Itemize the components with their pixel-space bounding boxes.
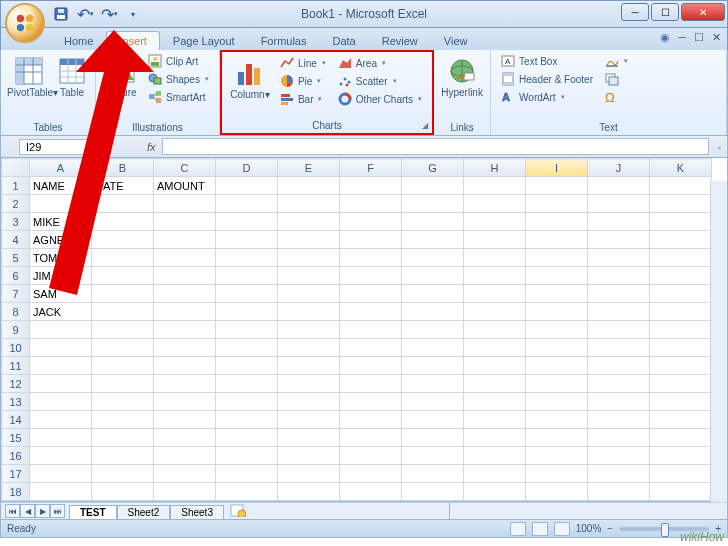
tab-home[interactable]: Home [51,31,106,50]
cell-F11[interactable] [340,357,402,375]
cell-A9[interactable] [30,321,92,339]
vertical-scrollbar[interactable] [710,181,727,510]
cell-F9[interactable] [340,321,402,339]
cell-F3[interactable] [340,213,402,231]
cell-G11[interactable] [402,357,464,375]
column-header-C[interactable]: C [154,159,216,177]
row-header-15[interactable]: 15 [2,429,30,447]
cell-H11[interactable] [464,357,526,375]
cell-B18[interactable] [92,483,154,501]
cell-K7[interactable] [650,285,712,303]
cell-J2[interactable] [588,195,650,213]
cell-H14[interactable] [464,411,526,429]
cell-J9[interactable] [588,321,650,339]
cell-A11[interactable] [30,357,92,375]
cell-E8[interactable] [278,303,340,321]
tab-review[interactable]: Review [369,31,431,50]
cell-I3[interactable] [526,213,588,231]
cell-K15[interactable] [650,429,712,447]
cell-J7[interactable] [588,285,650,303]
cell-D4[interactable] [216,231,278,249]
cell-G6[interactable] [402,267,464,285]
scatter-chart-button[interactable]: Scatter▾ [334,73,426,89]
row-header-11[interactable]: 11 [2,357,30,375]
cell-J17[interactable] [588,465,650,483]
cell-K4[interactable] [650,231,712,249]
cell-A4[interactable]: AGNES [30,231,92,249]
expand-formula-bar[interactable]: ⌄ [711,142,727,151]
cell-C18[interactable] [154,483,216,501]
cell-K17[interactable] [650,465,712,483]
row-header-14[interactable]: 14 [2,411,30,429]
row-header-6[interactable]: 6 [2,267,30,285]
cell-G1[interactable] [402,177,464,195]
cell-B14[interactable] [92,411,154,429]
cell-B11[interactable] [92,357,154,375]
cell-K18[interactable] [650,483,712,501]
sheet-nav-prev[interactable]: ◀ [20,504,35,518]
cell-A6[interactable]: JIM [30,267,92,285]
cell-K14[interactable] [650,411,712,429]
cell-D2[interactable] [216,195,278,213]
cell-H1[interactable] [464,177,526,195]
cell-H10[interactable] [464,339,526,357]
cell-C11[interactable] [154,357,216,375]
cell-A1[interactable]: NAME [30,177,92,195]
column-header-I[interactable]: I [526,159,588,177]
row-header-4[interactable]: 4 [2,231,30,249]
column-header-B[interactable]: B [92,159,154,177]
cell-F4[interactable] [340,231,402,249]
cell-H9[interactable] [464,321,526,339]
cell-E6[interactable] [278,267,340,285]
sheet-tab-test[interactable]: TEST [69,505,117,519]
object-button[interactable] [601,71,632,87]
maximize-button[interactable]: ☐ [651,3,679,21]
row-header-10[interactable]: 10 [2,339,30,357]
cell-B16[interactable] [92,447,154,465]
cell-H15[interactable] [464,429,526,447]
picture-button[interactable]: Picture [102,53,140,98]
zoom-out-button[interactable]: − [607,523,613,534]
cell-H17[interactable] [464,465,526,483]
cell-I11[interactable] [526,357,588,375]
cell-F17[interactable] [340,465,402,483]
column-header-K[interactable]: K [650,159,712,177]
cell-A13[interactable] [30,393,92,411]
cell-A8[interactable]: JACK [30,303,92,321]
cell-B2[interactable] [92,195,154,213]
cell-I8[interactable] [526,303,588,321]
cell-G12[interactable] [402,375,464,393]
cell-G18[interactable] [402,483,464,501]
cell-I10[interactable] [526,339,588,357]
cell-F1[interactable] [340,177,402,195]
cell-K11[interactable] [650,357,712,375]
cell-D1[interactable] [216,177,278,195]
cell-B17[interactable] [92,465,154,483]
row-header-9[interactable]: 9 [2,321,30,339]
cell-C2[interactable] [154,195,216,213]
name-box-dropdown-icon[interactable]: ▼ [97,143,104,150]
cell-F2[interactable] [340,195,402,213]
cell-K12[interactable] [650,375,712,393]
cell-F12[interactable] [340,375,402,393]
row-header-18[interactable]: 18 [2,483,30,501]
cell-B15[interactable] [92,429,154,447]
cell-F16[interactable] [340,447,402,465]
select-all-corner[interactable] [2,159,30,177]
cell-I12[interactable] [526,375,588,393]
cell-J15[interactable] [588,429,650,447]
cell-B1[interactable]: DATE [92,177,154,195]
cell-A2[interactable] [30,195,92,213]
cell-J11[interactable] [588,357,650,375]
cell-C14[interactable] [154,411,216,429]
cell-G13[interactable] [402,393,464,411]
cell-D10[interactable] [216,339,278,357]
cell-K2[interactable] [650,195,712,213]
row-header-3[interactable]: 3 [2,213,30,231]
cell-I7[interactable] [526,285,588,303]
cell-F14[interactable] [340,411,402,429]
horizontal-scrollbar[interactable] [449,503,709,519]
column-header-A[interactable]: A [30,159,92,177]
table-button[interactable]: Table [55,53,89,98]
column-header-G[interactable]: G [402,159,464,177]
